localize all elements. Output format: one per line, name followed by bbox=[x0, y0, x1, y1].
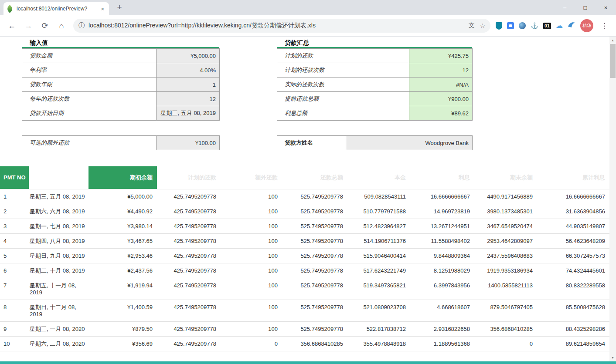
table-row: 实际的还款次数 #N/A bbox=[277, 78, 473, 92]
schedule-cell: ¥2,437.56 bbox=[88, 263, 157, 278]
schedule-header-7: 利息 bbox=[410, 166, 474, 189]
close-button[interactable]: × bbox=[596, 0, 616, 15]
schedule-cell: 星期日, 十二月 08, 2019 bbox=[29, 300, 88, 321]
table-row: 贷款方姓名 Woodgrove Bank bbox=[277, 136, 473, 150]
schedule-cell: 星期日, 九月 08, 2019 bbox=[29, 248, 88, 263]
shield-extension-icon[interactable] bbox=[496, 22, 502, 30]
vertical-scrollbar[interactable]: ▲ ▼ bbox=[609, 37, 616, 361]
schedule-header-0: PMT NO bbox=[0, 166, 29, 189]
blue-square-extension-icon[interactable] bbox=[507, 22, 514, 29]
schedule-cell: 星期六, 六月 08, 2019 bbox=[29, 204, 88, 219]
schedule-cell: 85.5008475628 bbox=[537, 300, 609, 321]
schedule-cell: 9.8448809364 bbox=[410, 248, 474, 263]
new-tab-button[interactable]: + bbox=[113, 2, 126, 14]
back-icon[interactable]: ← bbox=[5, 19, 18, 32]
schedule-cell: 0 bbox=[221, 336, 282, 351]
schedule-cell: 425.7495209778 bbox=[157, 189, 221, 204]
table-row: 计划的还款次数 12 bbox=[277, 63, 473, 78]
bird-extension-icon[interactable] bbox=[568, 21, 575, 30]
schedule-header-9: 累计利息 bbox=[537, 166, 609, 189]
schedule-cell: ¥356.69 bbox=[88, 336, 157, 351]
schedule-cell: 525.7495209778 bbox=[282, 300, 347, 321]
schedule-cell: 10 bbox=[0, 336, 29, 351]
schedule-cell: 星期五, 十一月 08, 2019 bbox=[29, 278, 88, 300]
extra-payment-table: 可选的额外还款 ¥100.00 bbox=[22, 135, 220, 150]
forward-icon[interactable]: → bbox=[22, 19, 35, 32]
maximize-button[interactable]: □ bbox=[575, 0, 596, 15]
schedule-header-5: 还款总额 bbox=[282, 166, 347, 189]
input-label: 贷款金额 bbox=[22, 49, 157, 63]
bookmark-star-icon[interactable]: ☆ bbox=[480, 22, 486, 29]
schedule-cell: 521.0809023708 bbox=[347, 300, 410, 321]
cloud-extension-icon[interactable]: ☁ bbox=[556, 22, 563, 29]
schedule-cell: 522.817838712 bbox=[347, 321, 410, 336]
table-row: 3星期一, 七月 08, 2019¥3,980.14425.7495209778… bbox=[0, 219, 609, 233]
schedule-cell: 6 bbox=[0, 263, 29, 278]
kkfileview-favicon-leaf-icon bbox=[6, 5, 14, 13]
url-bar[interactable]: ⓘ localhost:8012/onlinePreview?url=http:… bbox=[73, 19, 490, 33]
summary-label: 计划的还款 bbox=[277, 49, 409, 63]
badge-01-extension-icon[interactable]: 01 bbox=[543, 23, 551, 29]
schedule-cell: 5 bbox=[0, 248, 29, 263]
schedule-cell: 425.7495209778 bbox=[157, 204, 221, 219]
scroll-down-icon[interactable]: ▼ bbox=[609, 354, 616, 361]
schedule-cell: 355.4978848918 bbox=[347, 336, 410, 351]
schedule-cell: 8 bbox=[0, 300, 29, 321]
schedule-cell: 425.7495209778 bbox=[157, 263, 221, 278]
schedule-cell: 517.6243221749 bbox=[347, 263, 410, 278]
browser-navbar: ← → ⟳ ⌂ ⓘ localhost:8012/onlinePreview?u… bbox=[0, 15, 616, 37]
page-info-icon[interactable]: ⓘ bbox=[78, 22, 85, 30]
schedule-cell: 16.6666666667 bbox=[537, 189, 609, 204]
sheet-area: 输入值 贷款金额 ¥5,000.00 年利率 4.00% 贷款年限 1 每年的还… bbox=[0, 37, 609, 361]
anchor-extension-icon[interactable]: ⚓ bbox=[531, 22, 538, 29]
lender-label: 贷款方姓名 bbox=[277, 136, 346, 150]
scrollbar-thumb[interactable] bbox=[610, 44, 616, 78]
table-row: 5星期日, 九月 08, 2019¥2,953.46425.7495209778… bbox=[0, 248, 609, 263]
table-row: 10星期六, 二月 08, 2020¥356.69425.74952097780… bbox=[0, 336, 609, 351]
schedule-cell: 7 bbox=[0, 278, 29, 300]
tab-close-icon[interactable]: × bbox=[99, 6, 106, 12]
browser-menu-icon[interactable]: ⋮ bbox=[598, 21, 611, 30]
scroll-up-icon[interactable]: ▲ bbox=[609, 37, 616, 44]
schedule-cell: ¥5,000.00 bbox=[88, 189, 157, 204]
input-section-title: 输入值 bbox=[22, 37, 219, 48]
schedule-cell: 星期三, 五月 08, 2019 bbox=[29, 189, 88, 204]
minimize-button[interactable]: – bbox=[555, 0, 575, 15]
translate-icon[interactable]: 文 bbox=[469, 22, 475, 30]
schedule-table: PMT NO还款日期期初余额计划的还款额外还款还款总额本金利息期末余额累计利息 … bbox=[0, 166, 609, 351]
lender-table: 贷款方姓名 Woodgrove Bank bbox=[277, 135, 473, 150]
schedule-cell: 425.7495209778 bbox=[157, 278, 221, 300]
summary-table: 计划的还款 ¥425.75 计划的还款次数 12 实际的还款次数 #N/A 提前… bbox=[277, 48, 473, 121]
window-controls: – □ × bbox=[555, 0, 616, 15]
table-row: 贷款金额 ¥5,000.00 bbox=[22, 49, 220, 63]
input-label: 可选的额外还款 bbox=[22, 136, 157, 150]
table-row: 可选的额外还款 ¥100.00 bbox=[22, 136, 220, 150]
refresh-icon[interactable]: ⟳ bbox=[38, 19, 51, 32]
schedule-cell: 13.2671244951 bbox=[410, 219, 474, 233]
sheet-tab-bar bbox=[0, 361, 616, 364]
schedule-cell: 16.6666666667 bbox=[410, 189, 474, 204]
home-icon[interactable]: ⌂ bbox=[55, 19, 68, 32]
table-row: 提前还款总额 ¥900.00 bbox=[277, 92, 473, 106]
input-label: 贷款年限 bbox=[22, 78, 157, 92]
circle-extension-icon[interactable] bbox=[519, 22, 526, 29]
schedule-cell: 0 bbox=[474, 336, 537, 351]
profile-avatar[interactable]: 精华 bbox=[580, 19, 593, 32]
summary-value: ¥89.62 bbox=[409, 106, 473, 121]
schedule-cell: 89.6214859654 bbox=[537, 336, 609, 351]
schedule-cell: 1919.9353186934 bbox=[474, 263, 537, 278]
url-text[interactable]: localhost:8012/onlinePreview?url=http://… bbox=[88, 22, 463, 30]
schedule-cell: 11.5588498402 bbox=[410, 233, 474, 248]
schedule-cell: 31.6363904856 bbox=[537, 204, 609, 219]
summary-label: 利息总额 bbox=[277, 106, 409, 121]
browser-tab[interactable]: localhost:8012/onlinePreview? × bbox=[3, 2, 109, 15]
schedule-cell: 1.1889561368 bbox=[410, 336, 474, 351]
schedule-cell: 2 bbox=[0, 204, 29, 219]
schedule-cell: ¥3,980.14 bbox=[88, 219, 157, 233]
schedule-cell: 80.8322289558 bbox=[537, 278, 609, 300]
schedule-cell: 100 bbox=[221, 204, 282, 219]
table-row: 4星期四, 八月 08, 2019¥3,467.65425.7495209778… bbox=[0, 233, 609, 248]
extensions-area: ⚓ 01 ☁ 精华 ⋮ bbox=[494, 19, 613, 32]
schedule-cell: 1400.5855821113 bbox=[474, 278, 537, 300]
input-value: ¥100.00 bbox=[157, 136, 220, 150]
